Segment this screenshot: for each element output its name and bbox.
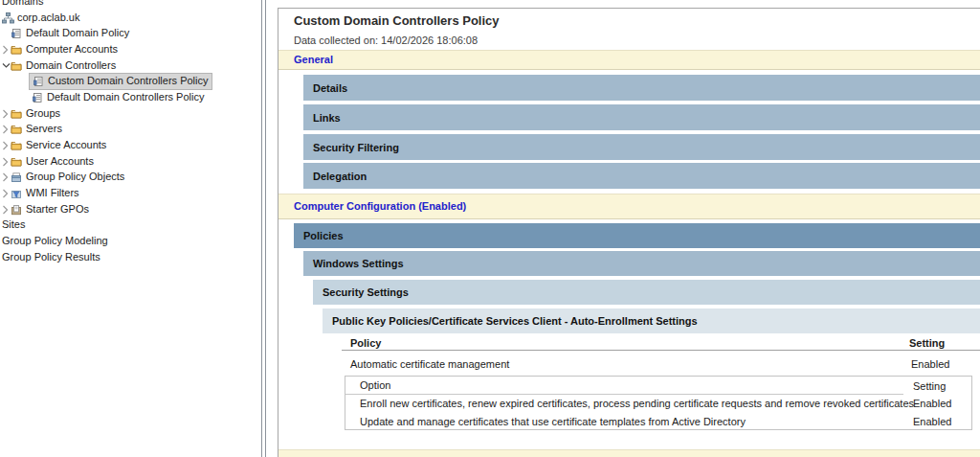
table-header-rule [342, 350, 980, 351]
chevron-right-icon[interactable] [2, 156, 11, 168]
subsection-label: Details [303, 82, 347, 94]
ou-folder-icon [11, 60, 23, 72]
subtable-header-setting: Setting [903, 380, 946, 392]
sidebar-item-domains[interactable]: Domains [2, 0, 43, 10]
gpo-icon [33, 76, 45, 87]
gpo-icon [32, 92, 44, 103]
subtable-cell-setting: Enabled [903, 398, 951, 409]
sidebar-item-label: Default Domain Controllers Policy [47, 90, 204, 104]
sidebar-item-label: Group Policy Results [2, 250, 100, 264]
chevron-right-icon[interactable] [2, 108, 11, 120]
gpo-icon [11, 28, 23, 39]
subtable-header-row: Option Setting [345, 377, 971, 395]
subtable-cell-option: Update and manage certificates that use … [345, 412, 903, 430]
sidebar-item-default-domain-policy[interactable]: Default Domain Policy [2, 25, 129, 41]
subtable-header-option: Option [345, 377, 903, 395]
sidebar-item-group-policy-results[interactable]: Group Policy Results [2, 249, 100, 265]
table-cell-setting: Enabled [911, 358, 949, 370]
sidebar-item-label: Groups [26, 106, 60, 121]
ou-folder-icon [11, 124, 23, 135]
sidebar-item-label: Computer Accounts [26, 42, 118, 57]
subsection-security-settings[interactable]: Security Settings [313, 280, 980, 305]
section-header-next-clipped[interactable] [278, 449, 980, 457]
sidebar-item-label: Default Domain Policy [26, 26, 129, 40]
ou-folder-icon [11, 156, 23, 168]
console-tree-pane: Domains corp.aclab.uk Default Domain Pol… [0, 0, 261, 457]
sidebar-item-label: corp.aclab.uk [17, 11, 79, 25]
sidebar-item-label: Domain Controllers [26, 58, 116, 73]
sidebar-item-label: Service Accounts [26, 138, 106, 152]
sidebar-item-computer-accounts[interactable]: Computer Accounts [2, 41, 118, 57]
section-header-general[interactable]: General [278, 50, 980, 70]
sidebar-item-domain-controllers[interactable]: Domain Controllers [2, 57, 116, 74]
sidebar-item-domain-corp-aclab-uk[interactable]: corp.aclab.uk [2, 10, 79, 26]
sidebar-item-service-accounts[interactable]: Service Accounts [2, 137, 106, 153]
subsection-links[interactable]: Links [303, 104, 980, 130]
sidebar-item-label: Starter GPOs [26, 202, 89, 217]
subsection-windows-settings[interactable]: Windows Settings [303, 251, 980, 276]
table-header-policy: Policy [350, 337, 381, 349]
subsection-policies[interactable]: Policies [294, 223, 980, 248]
pane-splitter[interactable] [261, 0, 262, 457]
subsection-security-filtering[interactable]: Security Filtering [303, 134, 980, 160]
section-header-label: Computer Configuration (Enabled) [278, 194, 980, 218]
subsection-label: Public Key Policies/Certificate Services… [323, 315, 698, 327]
domain-icon [2, 12, 14, 24]
table-header-setting: Setting [909, 337, 945, 349]
subsection-details[interactable]: Details [303, 75, 980, 101]
sidebar-item-wmi-filters[interactable]: WMI Filters [2, 185, 79, 201]
chevron-right-icon[interactable] [2, 124, 11, 135]
gpo-container-icon [11, 171, 23, 183]
sidebar-item-group-policy-modeling[interactable]: Group Policy Modeling [2, 233, 108, 249]
subsection-label: Security Filtering [303, 142, 399, 153]
subtable-row: Enroll new certificates, renew expired c… [345, 395, 971, 412]
sidebar-item-servers[interactable]: Servers [2, 121, 62, 137]
chevron-right-icon[interactable] [2, 140, 11, 151]
sidebar-item-label: WMI Filters [26, 186, 79, 200]
chevron-down-icon[interactable] [2, 60, 11, 72]
chevron-right-icon[interactable] [2, 204, 11, 216]
sidebar-item-label: User Accounts [26, 154, 94, 169]
sidebar-item-sites[interactable]: Sites [2, 217, 25, 233]
subtable-row: Update and manage certificates that use … [345, 412, 971, 430]
sidebar-item-label: Domains [2, 0, 43, 9]
ou-folder-icon [11, 140, 23, 151]
sidebar-item-user-accounts[interactable]: User Accounts [2, 153, 94, 170]
report-pane-border [265, 0, 266, 457]
chevron-right-icon[interactable] [2, 188, 11, 199]
subsection-public-key-policies[interactable]: Public Key Policies/Certificate Services… [323, 308, 980, 333]
subtable-cell-option: Enroll new certificates, renew expired c… [345, 395, 903, 412]
ou-folder-icon [11, 44, 23, 56]
wmi-filter-icon [11, 188, 23, 199]
report-collected-timestamp: Data collected on: 14/02/2026 18:06:08 [294, 34, 478, 46]
sidebar-item-starter-gpos[interactable]: Starter GPOs [2, 201, 89, 217]
sidebar-item-default-domain-controllers-policy[interactable]: Default Domain Controllers Policy [29, 89, 204, 105]
subsection-label: Security Settings [313, 286, 409, 298]
sidebar-item-label: Group Policy Objects [26, 170, 124, 184]
report-title: Custom Domain Controllers Policy [294, 13, 500, 28]
section-header-computer-configuration[interactable]: Computer Configuration (Enabled) [278, 194, 980, 219]
sidebar-item-label: Servers [26, 122, 62, 136]
ou-folder-icon [11, 108, 23, 120]
gpo-settings-report: Custom Domain Controllers Policy Data co… [278, 8, 980, 457]
sidebar-item-label: Sites [2, 217, 25, 232]
chevron-right-icon[interactable] [2, 171, 11, 183]
chevron-none [2, 28, 11, 39]
subsection-label: Windows Settings [303, 258, 404, 269]
sidebar-item-groups[interactable]: Groups [2, 105, 60, 122]
sidebar-item-label: Group Policy Modeling [2, 234, 108, 248]
chevron-right-icon[interactable] [2, 44, 11, 56]
option-subtable: Option Setting Enroll new certificates, … [345, 376, 972, 430]
sidebar-item-group-policy-objects[interactable]: Group Policy Objects [2, 169, 124, 185]
gpmc-window: Domains corp.aclab.uk Default Domain Pol… [0, 0, 980, 457]
subsection-label: Links [303, 112, 341, 124]
subsection-delegation[interactable]: Delegation [303, 163, 980, 189]
starter-gpo-icon [11, 204, 23, 216]
selected-item-highlight: Custom Domain Controllers Policy [29, 73, 212, 90]
section-header-label: General [278, 51, 980, 69]
sidebar-item-label: Custom Domain Controllers Policy [48, 74, 209, 88]
sidebar-item-custom-domain-controllers-policy[interactable]: Custom Domain Controllers Policy [29, 73, 212, 89]
subsection-label: Policies [294, 230, 344, 241]
subsection-label: Delegation [303, 171, 367, 182]
subtable-cell-setting: Enabled [903, 416, 951, 427]
